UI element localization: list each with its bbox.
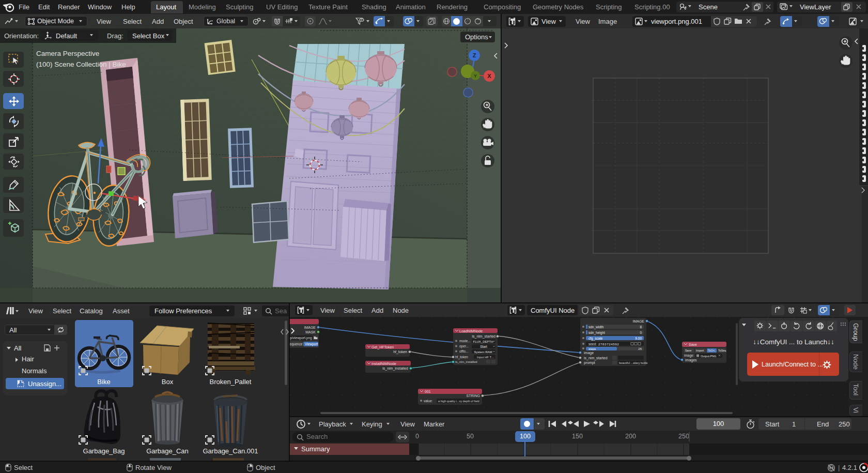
svg-text:Y: Y [474,73,477,79]
svg-text:Garbage_Can.001: Garbage_Can.001 [203,447,258,455]
svg-text:Input HF T...: Input HF T... [477,356,494,359]
svg-text:25: 25 [638,347,642,350]
svg-text:sdn_height: sdn_height [588,331,605,335]
svg-text:Sequence: Sequence [290,342,303,346]
svg-text:a high quality i...vy depth of: a high quality i...vy depth of field [438,400,479,403]
svg-text:image: image [584,351,594,355]
svg-text:9.00: 9.00 [635,337,642,340]
svg-text:STRING: STRING [467,394,480,398]
svg-text:offlo...: offlo... [459,349,469,353]
svg-text:is_nim_started: is_nim_started [472,334,495,339]
svg-text:Start: Start [480,345,487,348]
svg-text:X: X [487,73,491,79]
svg-text:Camera Perspective: Camera Perspective [36,50,99,57]
svg-text:Z: Z [473,52,476,58]
svg-text:Import: Import [696,349,704,352]
svg-text:(100) Scene Collection | Bike: (100) Scene Collection | Bike [36,60,126,68]
svg-text:oper...: oper... [459,344,469,348]
svg-text:mp/viewport.png: mp/viewport.png [290,336,312,340]
svg-text:Get_HFToken: Get_HFToken [371,345,394,349]
svg-text:Output.PNG: Output.PNG [701,355,716,358]
svg-text:Save: Save [685,349,691,352]
svg-text:Save: Save [689,343,697,346]
svg-text:IMAGE: IMAGE [304,326,316,329]
svg-text:0: 0 [640,331,642,334]
svg-text:beautiful ...alaxy bottle: beautiful ...alaxy bottle [619,361,648,364]
svg-text:ToOn...: ToOn... [708,349,717,352]
svg-text:image:: image: [684,354,694,358]
svg-text:001: 001 [425,390,431,393]
svg-text:Box: Box [162,378,174,386]
svg-text:8: 8 [640,325,642,329]
svg-text:FLUX_DEPTH: FLUX_DEPTH [473,340,493,343]
svg-text:steps: steps [588,347,596,350]
svg-text:InstallNIMNode: InstallNIMNode [371,362,396,365]
svg-text:Broken_Pallet: Broken_Pallet [210,378,252,386]
svg-text:is_nim_started: is_nim_started [584,356,608,360]
svg-text:Garbage_Bag: Garbage_Bag [83,447,125,455]
svg-text:Bike: Bike [97,378,110,386]
svg-text:images: images [685,358,697,362]
svg-text:hf_token: hf_token [455,355,468,359]
svg-text:ToSeq: ToSeq [718,349,726,352]
svg-text:mode...: mode... [459,339,471,343]
svg-text:IMAGE: IMAGE [632,319,644,323]
svg-text:is_nim_installed: is_nim_installed [382,367,408,371]
svg-text:seed:: seed: [588,342,597,346]
svg-text:Viewport: Viewport [305,342,318,346]
svg-text:Garbage_Can: Garbage_Can [146,447,189,455]
svg-text:System RAM: System RAM [474,350,492,354]
svg-text:2783724592: 2783724592 [598,342,619,346]
svg-text:value:: value: [424,399,433,403]
svg-text:prompt: prompt [584,361,595,365]
svg-text:is_nim_installed: is_nim_installed [455,360,477,363]
svg-text:sdn_width: sdn_width [588,325,604,329]
svg-text:MASK: MASK [305,330,316,334]
svg-text:LoadNIMNode: LoadNIMNode [459,329,483,333]
svg-text:cfg_scale: cfg_scale [588,337,603,341]
svg-text:hf_token: hf_token [393,350,407,354]
